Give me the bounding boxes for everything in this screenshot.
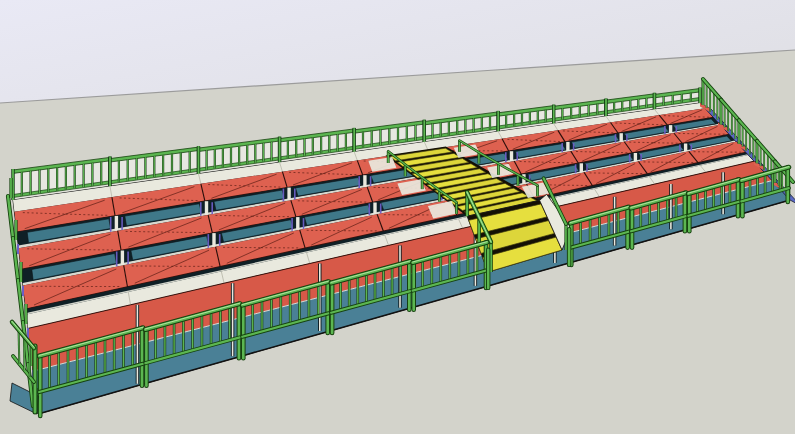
model-viewport[interactable] xyxy=(0,0,795,434)
grandstand-3d-scene[interactable] xyxy=(0,0,795,434)
